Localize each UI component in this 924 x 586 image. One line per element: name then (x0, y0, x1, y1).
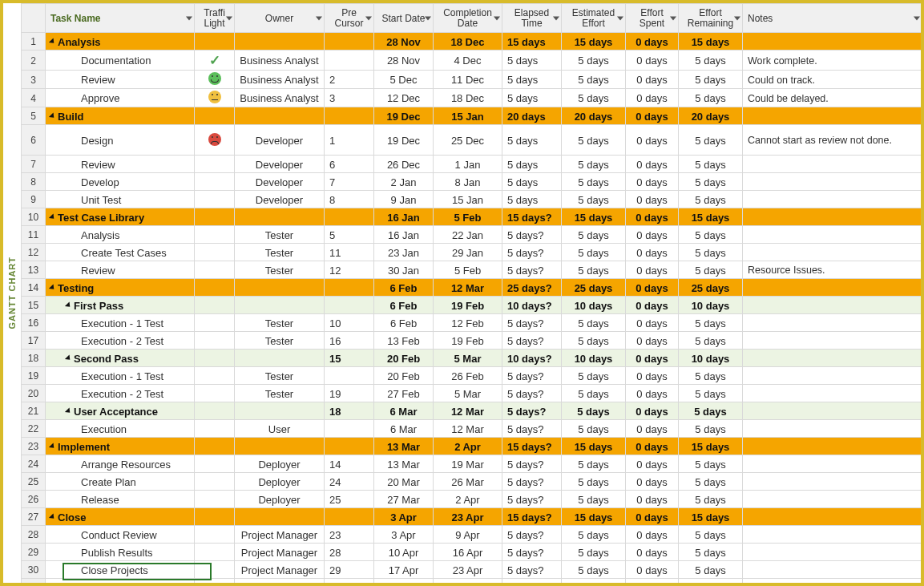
cell-start[interactable]: 19 Dec (374, 125, 434, 156)
cell-remaining[interactable]: 5 days (679, 125, 743, 156)
cell-precursor[interactable]: 6 (325, 156, 374, 173)
cell-spent[interactable]: 0 days (626, 156, 679, 173)
cell-task[interactable]: First Pass (46, 297, 195, 314)
cell-elapsed[interactable]: 5 days? (502, 455, 562, 473)
cell-estimated[interactable]: 5 days (562, 244, 626, 261)
cell-elapsed[interactable]: 15 days (502, 33, 562, 51)
cell-elapsed[interactable]: 25 days? (502, 279, 562, 297)
cell-completion[interactable]: 5 Feb (434, 208, 502, 226)
cell-elapsed[interactable]: 5 days (502, 71, 562, 89)
cell-remaining[interactable]: 15 days (679, 208, 743, 226)
cell-owner[interactable]: Business Analyst (235, 71, 325, 89)
cell-precursor[interactable] (325, 579, 374, 584)
cell-remaining[interactable]: 5 days (679, 544, 743, 561)
cell-task[interactable]: Conduct Review (46, 526, 195, 544)
cell-start[interactable]: 27 Mar (374, 491, 434, 508)
cell-owner[interactable]: Developer (235, 173, 325, 191)
cell-estimated[interactable]: 5 days (562, 561, 626, 579)
cell-elapsed[interactable]: 5 days? (502, 385, 562, 402)
cell-remaining[interactable]: 25 days (679, 279, 743, 297)
cell-precursor[interactable] (325, 107, 374, 125)
cell-notes[interactable] (743, 385, 922, 402)
cell-precursor[interactable] (325, 208, 374, 226)
cell-start[interactable] (374, 579, 434, 584)
table-row[interactable]: 12Create Test CasesTester1123 Jan29 Jan5… (22, 244, 922, 261)
cell-start[interactable]: 20 Mar (374, 473, 434, 491)
cell-start[interactable]: 20 Feb (374, 350, 434, 367)
cell-completion[interactable]: 22 Jan (434, 226, 502, 244)
cell-traffic-light[interactable] (195, 314, 235, 332)
cell-precursor[interactable]: 16 (325, 332, 374, 350)
cell-estimated[interactable]: 5 days (562, 526, 626, 544)
row-number[interactable]: 22 (22, 420, 46, 438)
cell-elapsed[interactable]: 15 days? (502, 208, 562, 226)
cell-estimated[interactable]: 10 days (562, 297, 626, 314)
cell-owner[interactable] (235, 402, 325, 420)
cell-start[interactable]: 5 Dec (374, 71, 434, 89)
cell-owner[interactable]: Tester (235, 261, 325, 279)
cell-spent[interactable]: 0 days (626, 297, 679, 314)
cell-spent[interactable]: 0 days (626, 51, 679, 71)
cell-estimated[interactable]: 10 days (562, 350, 626, 367)
cell-notes[interactable] (743, 350, 922, 367)
cell-start[interactable]: 3 Apr (374, 508, 434, 526)
cell-remaining[interactable]: 10 days (679, 297, 743, 314)
row-number[interactable]: 28 (22, 526, 46, 544)
cell-task[interactable]: Test Case Library (46, 208, 195, 226)
cell-completion[interactable]: 4 Dec (434, 51, 502, 71)
cell-completion[interactable]: 11 Dec (434, 71, 502, 89)
cell-notes[interactable] (743, 107, 922, 125)
outline-toggle-icon[interactable] (49, 284, 56, 291)
cell-spent[interactable]: 0 days (626, 226, 679, 244)
cell-spent[interactable]: 0 days (626, 402, 679, 420)
cell-spent[interactable]: 0 days (626, 33, 679, 51)
cell-completion[interactable]: 12 Mar (434, 420, 502, 438)
table-row[interactable]: 29Publish ResultsProject Manager2810 Apr… (22, 544, 922, 561)
filter-icon[interactable] (914, 16, 920, 20)
row-number[interactable]: 30 (22, 561, 46, 579)
cell-spent[interactable]: 0 days (626, 455, 679, 473)
cell-traffic-light[interactable] (195, 33, 235, 51)
table-row[interactable]: 18Second Pass1520 Feb5 Mar10 days?10 day… (22, 350, 922, 367)
cell-notes[interactable] (743, 420, 922, 438)
row-number[interactable]: 20 (22, 385, 46, 402)
cell-owner[interactable]: Project Manager (235, 526, 325, 544)
cell-task[interactable]: Design (46, 125, 195, 156)
cell-notes[interactable] (743, 544, 922, 561)
cell-task[interactable]: Review (46, 156, 195, 173)
cell-task[interactable]: Review (46, 261, 195, 279)
cell-notes[interactable] (743, 314, 922, 332)
cell-spent[interactable]: 0 days (626, 208, 679, 226)
row-number[interactable]: 5 (22, 107, 46, 125)
table-row[interactable]: 5Build19 Dec15 Jan20 days20 days0 days20… (22, 107, 922, 125)
cell-estimated[interactable] (562, 579, 626, 584)
row-number[interactable]: 24 (22, 455, 46, 473)
cell-notes[interactable] (743, 226, 922, 244)
row-number[interactable]: 14 (22, 279, 46, 297)
table-row[interactable]: 17Execution - 2 TestTester1613 Feb19 Feb… (22, 332, 922, 350)
cell-owner[interactable] (235, 33, 325, 51)
cell-precursor[interactable] (325, 279, 374, 297)
cell-traffic-light[interactable] (195, 579, 235, 584)
cell-completion[interactable]: 15 Jan (434, 107, 502, 125)
cell-elapsed[interactable]: 5 days? (502, 473, 562, 491)
cell-completion[interactable]: 23 Apr (434, 508, 502, 526)
cell-completion[interactable]: 15 Jan (434, 191, 502, 208)
cell-precursor[interactable]: 19 (325, 385, 374, 402)
cell-estimated[interactable]: 25 days (562, 279, 626, 297)
cell-elapsed[interactable]: 10 days? (502, 350, 562, 367)
cell-completion[interactable]: 8 Jan (434, 173, 502, 191)
cell-owner[interactable]: Tester (235, 314, 325, 332)
cell-completion[interactable]: 1 Jan (434, 156, 502, 173)
cell-spent[interactable] (626, 579, 679, 584)
cell-completion[interactable]: 19 Feb (434, 332, 502, 350)
cell-notes[interactable] (743, 332, 922, 350)
cell-notes[interactable] (743, 438, 922, 455)
cell-remaining[interactable]: 15 days (679, 438, 743, 455)
cell-spent[interactable]: 0 days (626, 244, 679, 261)
cell-elapsed[interactable]: 5 days? (502, 226, 562, 244)
cell-task[interactable]: Implement (46, 438, 195, 455)
cell-elapsed[interactable]: 5 days? (502, 526, 562, 544)
cell-estimated[interactable]: 5 days (562, 71, 626, 89)
cell-elapsed[interactable]: 5 days (502, 173, 562, 191)
